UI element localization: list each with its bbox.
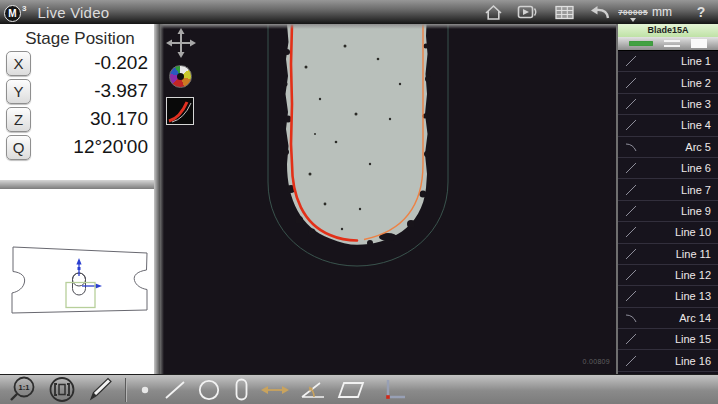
feature-label: Arc 14 bbox=[640, 312, 718, 324]
video-camera-icon bbox=[517, 4, 539, 20]
undo-button[interactable] bbox=[582, 0, 618, 24]
axis-q-value: 12°20'00 bbox=[31, 136, 148, 158]
page-title: Live Video bbox=[37, 4, 109, 21]
units-toggle[interactable]: mm bbox=[648, 0, 676, 24]
perpendicular-icon bbox=[383, 379, 407, 401]
measure-tools-group bbox=[135, 378, 410, 401]
parallelogram-tool-button[interactable] bbox=[335, 381, 367, 399]
feature-list: Line 1 Line 2 Line 3 Line 4 bbox=[618, 51, 718, 375]
home-button[interactable] bbox=[476, 0, 510, 24]
axis-x-button[interactable]: X bbox=[6, 51, 31, 76]
feature-label: Line 13 bbox=[640, 290, 718, 302]
axis-q-button[interactable]: Q bbox=[6, 135, 31, 160]
video-scale-readout: 0.00809 bbox=[583, 358, 610, 365]
feature-label: Line 9 bbox=[640, 205, 718, 217]
live-video-view[interactable]: 0.00809 bbox=[160, 24, 618, 375]
help-button[interactable]: ? bbox=[684, 0, 718, 24]
point-tool-button[interactable] bbox=[135, 385, 155, 395]
feature-row[interactable]: Line 6 bbox=[618, 158, 718, 179]
blade-outline bbox=[12, 247, 147, 313]
left-sidebar: Stage Position X -0.202 Y -3.987 Z 30.17… bbox=[0, 24, 160, 375]
line-tool-icon bbox=[164, 380, 186, 400]
axis-row-y: Y -3.987 bbox=[0, 77, 160, 105]
feature-row[interactable]: Line 4 bbox=[618, 115, 718, 136]
circle-tool-button[interactable] bbox=[195, 379, 223, 401]
feature-row[interactable]: Line 9 bbox=[618, 201, 718, 222]
feature-row[interactable]: Line 7 bbox=[618, 179, 718, 200]
distance-tool-button[interactable] bbox=[259, 383, 291, 397]
axis-row-q: Q 12°20'00 bbox=[0, 133, 160, 161]
feature-type-icon bbox=[622, 76, 640, 90]
light-control-button[interactable] bbox=[169, 65, 192, 88]
feature-row[interactable]: Line 11 bbox=[618, 244, 718, 265]
feature-type-icon bbox=[622, 268, 640, 282]
axis-z-value: 30.170 bbox=[31, 108, 148, 130]
feature-row[interactable]: Line 13 bbox=[618, 286, 718, 307]
parallelogram-icon bbox=[337, 381, 365, 399]
feature-row[interactable]: Line 10 bbox=[618, 222, 718, 243]
annotate-pen-button[interactable] bbox=[85, 376, 113, 403]
angle-tool-icon bbox=[300, 380, 326, 400]
video-mode-button[interactable] bbox=[510, 0, 546, 24]
zoom-1to1-icon: 1:1 bbox=[7, 376, 39, 403]
feature-type-icon bbox=[622, 289, 640, 303]
help-icon: ? bbox=[697, 4, 706, 20]
axis-x-value: -0.202 bbox=[31, 52, 148, 74]
list-view-button[interactable] bbox=[664, 40, 680, 47]
feature-label: Line 1 bbox=[640, 55, 718, 67]
fit-part-view-button[interactable] bbox=[48, 376, 76, 403]
panel-divider bbox=[0, 180, 160, 189]
zero-position-button[interactable]: 700005 bbox=[618, 0, 648, 24]
line-tool-button[interactable] bbox=[162, 380, 188, 400]
app-logo: M 3 bbox=[4, 3, 26, 22]
feature-row[interactable]: Arc 14 bbox=[618, 308, 718, 329]
feature-label: Line 4 bbox=[640, 119, 718, 131]
feature-row[interactable]: Line 12 bbox=[618, 265, 718, 286]
feature-label: Line 15 bbox=[640, 333, 718, 345]
feature-label: Arc 5 bbox=[640, 141, 718, 153]
feature-label: Line 3 bbox=[640, 98, 718, 110]
circle-tool-icon bbox=[198, 379, 220, 401]
axis-y-button[interactable]: Y bbox=[6, 79, 31, 104]
edge-teach-button[interactable] bbox=[166, 97, 194, 125]
undo-arrow-icon bbox=[588, 3, 612, 22]
svg-text:1:1: 1:1 bbox=[19, 383, 30, 392]
feature-type-icon bbox=[622, 204, 640, 218]
report-table-icon bbox=[555, 5, 574, 20]
feature-row[interactable]: Arc 5 bbox=[618, 137, 718, 158]
feature-row[interactable]: Line 3 bbox=[618, 94, 718, 115]
axis-z-button[interactable]: Z bbox=[6, 107, 31, 132]
active-view-indicator[interactable] bbox=[629, 41, 653, 46]
feature-label: Line 7 bbox=[640, 184, 718, 196]
stage-move-button[interactable] bbox=[166, 28, 196, 62]
feature-type-icon bbox=[622, 247, 640, 261]
zero-digits-icon: 700005 bbox=[618, 8, 648, 17]
toolbar-separator bbox=[125, 378, 126, 402]
feature-label: Line 2 bbox=[640, 77, 718, 89]
video-left-border bbox=[160, 24, 164, 375]
feature-row[interactable]: Line 16 bbox=[618, 350, 718, 371]
angle-tool-button[interactable] bbox=[298, 380, 328, 400]
edge-curve-icon bbox=[167, 98, 193, 124]
feature-label: Line 12 bbox=[640, 269, 718, 281]
feature-type-icon bbox=[622, 118, 640, 132]
part-drawing bbox=[0, 189, 154, 375]
detail-view-button[interactable] bbox=[691, 39, 707, 48]
m3-logo-sup: 3 bbox=[22, 4, 26, 13]
report-table-button[interactable] bbox=[546, 0, 582, 24]
feature-type-icon bbox=[622, 225, 640, 239]
titlebar-actions: 700005 mm ? bbox=[476, 0, 718, 24]
perpendicular-tool-button[interactable] bbox=[380, 379, 410, 401]
feature-label: Line 6 bbox=[640, 162, 718, 174]
feature-row[interactable]: Line 15 bbox=[618, 329, 718, 350]
feature-row[interactable]: Line 2 bbox=[618, 72, 718, 93]
part-view-panel[interactable] bbox=[0, 189, 154, 375]
zoom-1to1-button[interactable]: 1:1 bbox=[7, 376, 39, 403]
stage-position-panel: Stage Position X -0.202 Y -3.987 Z 30.17… bbox=[0, 24, 160, 180]
feature-type-icon bbox=[622, 161, 640, 175]
units-label: mm bbox=[652, 5, 672, 19]
feature-row[interactable]: Line 1 bbox=[618, 51, 718, 72]
slot-tool-button[interactable] bbox=[230, 378, 252, 401]
feature-type-icon bbox=[622, 54, 640, 68]
slot-tool-icon bbox=[235, 378, 248, 401]
